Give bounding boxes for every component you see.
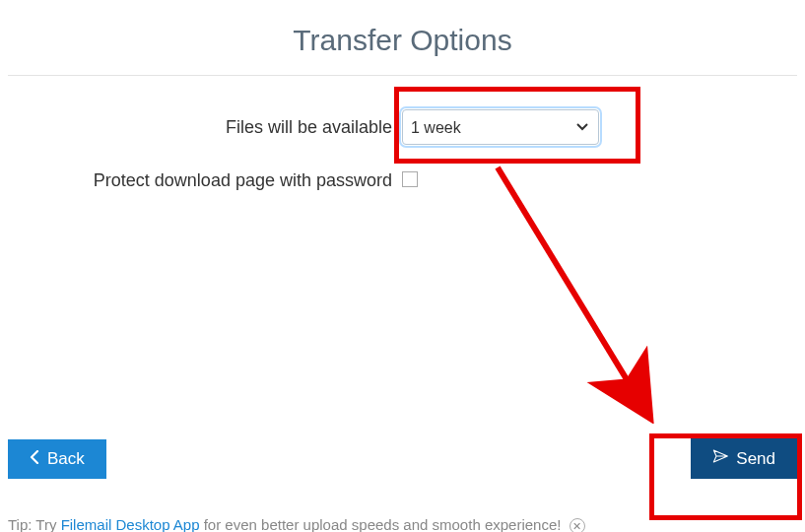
send-button[interactable]: Send [691,438,797,479]
password-row: Protect download page with password [8,170,797,191]
transfer-options-page: Transfer Options Files will be available… [0,0,805,532]
chevron-left-icon [30,449,39,469]
tip-text: Tip: Try Filemail Desktop App for even b… [8,516,585,532]
close-icon[interactable]: ✕ [570,518,585,532]
back-button-label: Back [47,449,85,469]
tip-link[interactable]: Filemail Desktop App [61,516,200,532]
availability-select[interactable]: 1 week [402,109,599,145]
send-button-label: Send [736,449,775,469]
tip-prefix: Tip: Try [8,516,61,532]
availability-row: Files will be available 1 week [8,109,797,145]
password-checkbox[interactable] [402,171,418,187]
paper-plane-icon [712,448,728,469]
password-control [402,171,613,191]
page-title: Transfer Options [8,24,797,57]
availability-label: Files will be available [8,117,402,138]
availability-control: 1 week [402,109,613,145]
tip-suffix: for even better upload speeds and smooth… [200,516,566,532]
back-button[interactable]: Back [8,439,106,479]
svg-line-0 [498,167,636,394]
password-label: Protect download page with password [8,170,402,191]
divider [8,75,797,76]
annotation-arrow [478,158,675,424]
